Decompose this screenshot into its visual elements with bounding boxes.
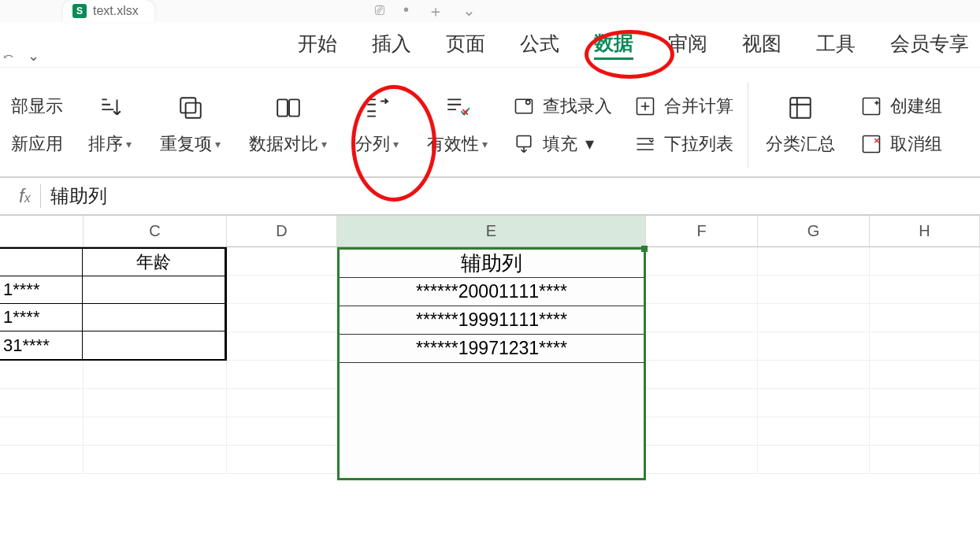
svg-point-5 bbox=[526, 100, 530, 104]
aux-col-row-empty[interactable] bbox=[340, 448, 644, 476]
compare-icon bbox=[275, 94, 302, 121]
svg-rect-8 bbox=[790, 98, 811, 118]
add-tab-icon[interactable]: ＋ bbox=[428, 1, 444, 22]
divider bbox=[748, 82, 748, 169]
table-cell[interactable] bbox=[83, 304, 225, 331]
merge-icon bbox=[634, 95, 656, 117]
col-header-G[interactable]: G bbox=[758, 216, 870, 246]
undo-icon[interactable]: ⤺ bbox=[3, 49, 13, 64]
tab-insert[interactable]: 插入 bbox=[372, 31, 411, 58]
sort-icon bbox=[97, 94, 124, 121]
tab-review[interactable]: 审阅 bbox=[668, 31, 707, 58]
table-cell[interactable]: 1**** bbox=[0, 304, 83, 331]
title-tabbar: S text.xlsx ⎚ • ＋ ⌄ bbox=[0, 0, 980, 22]
tab-view[interactable]: 视图 bbox=[742, 31, 781, 58]
col-header-F[interactable]: F bbox=[646, 216, 758, 246]
duplicates-button[interactable]: 重复项▾ bbox=[146, 74, 235, 176]
svg-rect-0 bbox=[180, 98, 195, 113]
chevron-down-icon[interactable]: ⌄ bbox=[462, 1, 476, 22]
svg-rect-3 bbox=[289, 99, 299, 116]
col-header-H[interactable]: H bbox=[870, 216, 980, 246]
svg-rect-9 bbox=[863, 98, 880, 115]
grid[interactable]: 年龄 1**** 1**** 31**** 辅助列 ******20001111… bbox=[0, 247, 980, 474]
selected-column-E[interactable]: 辅助列 ******20001111**** ******19991111***… bbox=[337, 247, 646, 480]
new-apply-label[interactable]: 新应用 bbox=[11, 132, 63, 156]
aux-col-row-empty[interactable] bbox=[340, 363, 644, 391]
display-icon[interactable]: ⎚ bbox=[375, 1, 384, 22]
dropdown-list-button[interactable]: 下拉列表 bbox=[634, 132, 733, 156]
find-entry-button[interactable]: 查找录入 bbox=[513, 94, 612, 118]
find-fill-group: 查找录入 填充▾ bbox=[502, 74, 623, 176]
table-cell[interactable] bbox=[83, 276, 225, 303]
validation-button[interactable]: 有效性▾ bbox=[413, 74, 502, 176]
sort-button[interactable]: 排序▾ bbox=[74, 74, 146, 176]
cancel-group-icon bbox=[860, 133, 882, 155]
document-tab[interactable]: S text.xlsx bbox=[63, 0, 154, 22]
fill-button[interactable]: 填充▾ bbox=[513, 132, 594, 156]
more-icon[interactable]: • bbox=[403, 1, 409, 22]
group-group: 创建组 取消组 bbox=[849, 74, 953, 176]
ribbon-left-group: 部显示 新应用 bbox=[0, 74, 74, 176]
table-cell[interactable] bbox=[0, 249, 83, 276]
chevron-down-icon[interactable]: ⌄ bbox=[28, 47, 39, 65]
col-header-blank[interactable] bbox=[0, 216, 84, 246]
quick-access: ⤺ ⌄ bbox=[0, 36, 63, 76]
menu-tabs: 开始 插入 页面 公式 数据 审阅 视图 工具 会员专享 bbox=[0, 22, 980, 68]
fill-icon bbox=[513, 133, 535, 155]
merge-dropdown-group: 合并计算 下拉列表 bbox=[623, 74, 744, 176]
column-headers: C D E F G H bbox=[0, 216, 980, 247]
tab-data[interactable]: 数据 bbox=[594, 30, 633, 60]
duplicates-icon bbox=[177, 94, 204, 121]
split-column-button[interactable]: 分列▾ bbox=[341, 74, 413, 176]
tab-start[interactable]: 开始 bbox=[298, 31, 337, 58]
col-header-E[interactable]: E bbox=[337, 216, 646, 246]
document-filename: text.xlsx bbox=[93, 4, 139, 18]
aux-col-row[interactable]: ******20001111**** bbox=[340, 278, 644, 306]
aux-col-row-empty[interactable] bbox=[340, 391, 644, 420]
cancel-group-button[interactable]: 取消组 bbox=[860, 132, 942, 156]
aux-col-row[interactable]: ******19971231**** bbox=[340, 335, 644, 363]
formula-bar: fx 辅助列 bbox=[0, 178, 980, 216]
subtotal-icon bbox=[787, 94, 814, 121]
validation-icon bbox=[444, 94, 471, 121]
data-compare-button[interactable]: 数据对比▾ bbox=[235, 74, 341, 176]
table-cell[interactable]: 1**** bbox=[0, 276, 83, 303]
spreadsheet: C D E F G H 年龄 1**** 1**** 31**** 辅助列 **… bbox=[0, 216, 980, 474]
tab-controls: ⎚ • ＋ ⌄ bbox=[375, 1, 980, 22]
merge-calc-button[interactable]: 合并计算 bbox=[634, 94, 733, 118]
svg-rect-10 bbox=[863, 136, 880, 153]
aux-col-row-empty[interactable] bbox=[340, 420, 644, 448]
ribbon: 部显示 新应用 排序▾ 重复项▾ 数据对比▾ 分列▾ 有效性▾ 查找录入 填充▾ bbox=[0, 68, 980, 178]
create-group-icon bbox=[860, 95, 882, 117]
tab-member[interactable]: 会员专享 bbox=[890, 31, 969, 58]
table-cell[interactable] bbox=[83, 331, 225, 359]
aux-col-row[interactable]: ******19991111**** bbox=[340, 306, 644, 335]
left-table: 年龄 1**** 1**** 31**** bbox=[0, 247, 227, 361]
svg-rect-1 bbox=[185, 103, 200, 118]
create-group-button[interactable]: 创建组 bbox=[860, 94, 942, 118]
svg-rect-2 bbox=[277, 99, 288, 116]
subtotal-button[interactable]: 分类汇总 bbox=[752, 74, 849, 176]
table-cell[interactable]: 31**** bbox=[0, 331, 83, 359]
formula-value[interactable]: 辅助列 bbox=[50, 183, 107, 209]
svg-rect-6 bbox=[517, 136, 531, 147]
tab-tools[interactable]: 工具 bbox=[816, 31, 856, 58]
fx-icon[interactable]: fx bbox=[19, 185, 31, 207]
col-header-D[interactable]: D bbox=[227, 216, 337, 246]
selection-handle[interactable] bbox=[641, 246, 648, 252]
tab-page[interactable]: 页面 bbox=[446, 31, 485, 58]
col-header-C[interactable]: C bbox=[84, 216, 227, 246]
aux-col-header[interactable]: 辅助列 bbox=[340, 250, 644, 278]
dropdown-icon bbox=[634, 133, 656, 155]
tab-formula[interactable]: 公式 bbox=[520, 31, 559, 58]
find-icon bbox=[513, 95, 535, 117]
split-icon bbox=[364, 94, 391, 121]
age-header[interactable]: 年龄 bbox=[83, 249, 225, 276]
show-all-label[interactable]: 部显示 bbox=[11, 94, 63, 118]
spreadsheet-icon: S bbox=[72, 4, 87, 18]
